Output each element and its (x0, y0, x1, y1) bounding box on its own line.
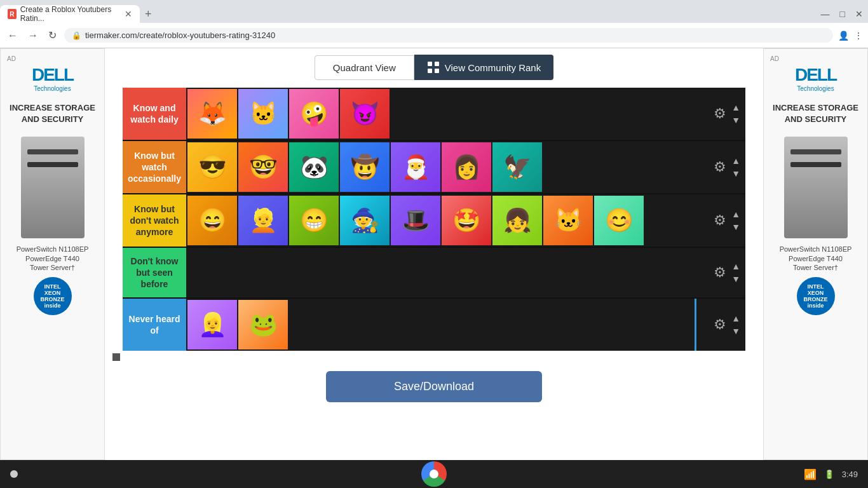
save-download-button[interactable]: Save/Download (326, 371, 542, 402)
tab-favicon: R (8, 9, 17, 19)
avatar-item[interactable]: 🐸 (238, 300, 288, 349)
address-bar-actions: 👤 ⋮ (838, 30, 863, 41)
ad-caption-left: PowerSwitch N1108EP PowerEdge T440 Tower… (17, 245, 89, 272)
tier-label-4: Don't know but seen before (123, 248, 186, 297)
maximize-button[interactable]: □ (840, 9, 845, 19)
taskbar-icon-circle[interactable] (10, 470, 18, 478)
taskbar-left (10, 470, 18, 478)
url-text: tiermaker.com/create/roblox-youtubers-ra… (85, 30, 275, 40)
svg-rect-0 (428, 62, 432, 66)
page-body: AD DELL Technologies INCREASE STORAGE AN… (0, 48, 868, 460)
avatar-item[interactable]: 🤪 (289, 89, 339, 139)
svg-rect-3 (435, 69, 439, 73)
svg-rect-2 (428, 69, 432, 73)
avatar-item[interactable]: 🤠 (340, 142, 390, 192)
battery-icon: 🔋 (824, 470, 834, 479)
grid-icon (427, 61, 440, 74)
refresh-button[interactable]: ↻ (46, 27, 59, 44)
dell-wordmark-right: DELL (795, 65, 836, 85)
arrow-column-4: ▲ ▼ (729, 261, 743, 285)
ad-right: AD DELL Technologies INCREASE STORAGE AN… (763, 48, 868, 460)
tier-up-button-2[interactable]: ▲ (729, 155, 743, 166)
back-button[interactable]: ← (5, 27, 20, 44)
tier-settings-button-2[interactable]: ⚙ (711, 156, 729, 178)
tier-up-button-1[interactable]: ▲ (729, 102, 743, 113)
community-rank-label: View Community Rank (445, 62, 541, 73)
url-input[interactable]: 🔒 tiermaker.com/create/roblox-youtubers-… (64, 28, 833, 43)
menu-icon[interactable]: ⋮ (854, 30, 863, 41)
avatar-item[interactable]: 🦊 (187, 89, 237, 139)
avatar-item[interactable]: 🦅 (492, 142, 542, 192)
tier-settings-button-4[interactable]: ⚙ (711, 262, 729, 283)
chrome-taskbar-icon[interactable] (421, 461, 447, 487)
wifi-icon: 📶 (804, 468, 817, 480)
forward-button[interactable]: → (25, 27, 41, 44)
tier-label-3: Know but don't watch anymore (123, 194, 186, 247)
close-button[interactable]: ✕ (855, 9, 863, 19)
tier-items-1: 🦊 🐱 🤪 😈 (186, 88, 695, 140)
avatar-item[interactable]: 🎩 (391, 196, 440, 245)
ad-headline-left: INCREASE STORAGE AND SECURITY (7, 102, 98, 125)
tier-row-2: Know but watch occasionally 😎 🤓 🐼 🤠 🎅 👩 … (123, 141, 745, 194)
taskbar-right: 📶 🔋 3:49 (804, 468, 858, 480)
tier-label-1: Know and watch daily (123, 88, 186, 140)
avatar-item[interactable]: 🎅 (391, 142, 440, 192)
avatar-item[interactable]: 🐱 (543, 196, 593, 245)
arrow-column-1: ▲ ▼ (729, 102, 743, 126)
tier-row-3: Know but don't watch anymore 😄 👱 😁 🧙 🎩 🤩… (123, 194, 745, 248)
avatar-item[interactable]: 👱‍♀️ (187, 300, 237, 349)
tier-items-5: 👱‍♀️ 🐸 (186, 299, 695, 351)
avatar-item[interactable]: 😈 (340, 89, 390, 139)
ad-tag-right: AD (770, 55, 779, 62)
tier-up-button-4[interactable]: ▲ (729, 261, 743, 272)
tier-row-5: Never heard of 👱‍♀️ 🐸 ⚙ ▲ ▼ (123, 299, 745, 351)
tier-up-button-5[interactable]: ▲ (729, 313, 743, 324)
ad-caption-right: PowerSwitch N1108EP PowerEdge T440 Tower… (780, 245, 852, 272)
minimize-button[interactable]: — (821, 9, 830, 19)
tier-down-button-3[interactable]: ▼ (729, 221, 743, 233)
avatar-item[interactable]: 👧 (492, 196, 542, 245)
window-controls: — □ ✕ (821, 9, 868, 19)
tier-down-button-5[interactable]: ▼ (729, 325, 743, 337)
community-rank-button[interactable]: View Community Rank (414, 55, 553, 80)
tier-settings-button-5[interactable]: ⚙ (711, 314, 729, 336)
tier-items-2: 😎 🤓 🐼 🤠 🎅 👩 🦅 (186, 141, 695, 193)
avatar-item[interactable]: 🤩 (442, 196, 491, 245)
tier-items-3: 😄 👱 😁 🧙 🎩 🤩 👧 🐱 😊 (186, 194, 695, 247)
tab-close-button[interactable]: ✕ (125, 9, 132, 19)
tier-controls-1: ⚙ ▲ ▼ (695, 88, 745, 140)
arrow-column-2: ▲ ▼ (729, 155, 743, 179)
active-tab[interactable]: R Create a Roblox Youtubers Ratin... ✕ (0, 5, 140, 23)
avatar-item[interactable]: 😎 (187, 142, 237, 192)
tier-controls-3: ⚙ ▲ ▼ (695, 194, 745, 247)
dell-wordmark-left: DELL (32, 65, 73, 85)
tier-settings-button-3[interactable]: ⚙ (711, 210, 729, 231)
tier-down-button-1[interactable]: ▼ (729, 114, 743, 126)
avatar-item[interactable]: 🐼 (289, 142, 339, 192)
avatar-item[interactable]: 😊 (594, 196, 644, 245)
new-tab-button[interactable]: + (140, 8, 157, 21)
avatar-item[interactable]: 👩 (442, 142, 491, 192)
avatar-item[interactable]: 😄 (187, 196, 237, 245)
intel-badge-right: INTELXEONBRONZEinside (797, 277, 835, 315)
address-bar: ← → ↻ 🔒 tiermaker.com/create/roblox-yout… (0, 23, 868, 48)
tier-down-button-4[interactable]: ▼ (729, 273, 743, 285)
main-content: Quadrant View View Community Rank Know a… (105, 48, 763, 460)
dell-logo-right: DELL Technologies (795, 65, 836, 92)
tier-label-5: Never heard of (123, 299, 186, 351)
tier-up-button-3[interactable]: ▲ (729, 208, 743, 220)
profile-icon[interactable]: 👤 (838, 30, 849, 41)
tier-row-4: Don't know but seen before ⚙ ▲ ▼ (123, 248, 745, 299)
avatar-item[interactable]: 😁 (289, 196, 339, 245)
avatar-item[interactable]: 🧙 (340, 196, 390, 245)
avatar-item[interactable]: 🐱 (238, 89, 288, 139)
tier-settings-button-1[interactable]: ⚙ (711, 103, 729, 125)
arrow-column-3: ▲ ▼ (729, 208, 743, 233)
tab-title: Create a Roblox Youtubers Ratin... (20, 5, 121, 23)
avatar-item[interactable]: 🤓 (238, 142, 288, 192)
ad-left: AD DELL Technologies INCREASE STORAGE AN… (0, 48, 105, 460)
quadrant-view-button[interactable]: Quadrant View (315, 55, 414, 80)
avatar-item[interactable]: 👱 (238, 196, 288, 245)
tier-label-2: Know but watch occasionally (123, 141, 186, 193)
tier-down-button-2[interactable]: ▼ (729, 168, 743, 179)
